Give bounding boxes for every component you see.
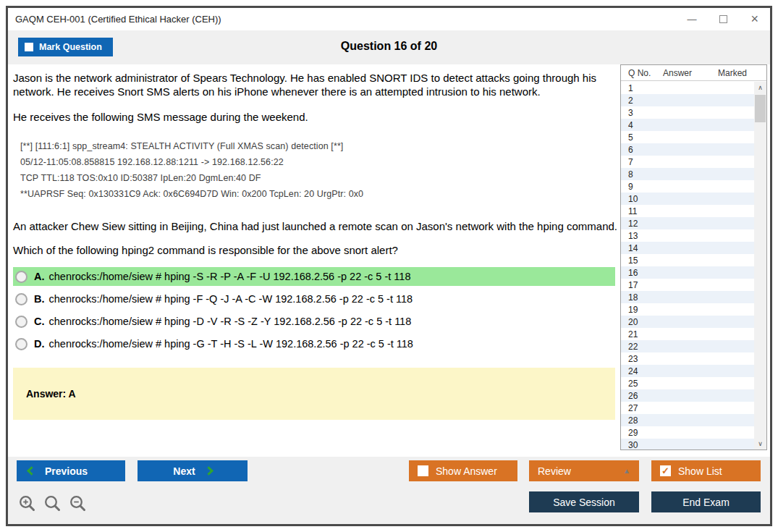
question-list-row[interactable]: 10: [621, 193, 754, 205]
option-text: chenrocks:/home/siew # hping -G -T -H -S…: [49, 338, 413, 350]
question-number: 6: [628, 145, 633, 155]
question-number: 24: [628, 366, 638, 376]
scroll-down-icon[interactable]: ∨: [754, 438, 766, 449]
option-a[interactable]: A.chenrocks:/home/siew # hping -S -R -P …: [13, 267, 615, 286]
zoom-out-icon[interactable]: [69, 494, 88, 513]
question-list-row[interactable]: 28: [621, 414, 754, 426]
question-panel: Jason is the network administrator of Sp…: [13, 64, 618, 420]
options-list: A.chenrocks:/home/siew # hping -S -R -P …: [13, 267, 615, 353]
app-window: GAQM CEH-001 (Certified Ethical Hacker (…: [6, 6, 772, 526]
option-text: chenrocks:/home/siew # hping -S -R -P -A…: [49, 271, 411, 282]
end-exam-button[interactable]: End Exam: [651, 491, 761, 512]
triangle-up-icon: ▲: [623, 467, 630, 475]
scrollbar[interactable]: ∧ ∨: [754, 82, 766, 449]
question-list-row[interactable]: 11: [621, 205, 754, 217]
question-number: 16: [628, 268, 638, 278]
zoom-in-icon[interactable]: [18, 494, 37, 513]
question-list-row[interactable]: 3: [621, 106, 754, 119]
question-list-row[interactable]: 22: [621, 340, 754, 352]
option-c[interactable]: C.chenrocks:/home/siew # hping -D -V -R …: [13, 312, 615, 331]
question-list-row[interactable]: 7: [621, 156, 754, 168]
question-number: 12: [628, 219, 638, 229]
question-list-row[interactable]: 30: [621, 439, 754, 449]
previous-button[interactable]: Previous: [17, 460, 125, 481]
question-list-row[interactable]: 18: [621, 291, 754, 303]
question-list-row[interactable]: 8: [621, 168, 754, 180]
question-list-row[interactable]: 24: [621, 365, 754, 377]
question-list-row[interactable]: 23: [621, 352, 754, 365]
question-list-row[interactable]: 25: [621, 377, 754, 389]
zoom-reset-icon[interactable]: [43, 494, 62, 513]
header-strip: Mark Question Question 16 of 20: [8, 30, 770, 64]
minimize-icon[interactable]: —: [687, 8, 696, 30]
question-list-row[interactable]: 2: [621, 94, 754, 106]
question-list-row[interactable]: 1: [621, 82, 754, 94]
option-text: chenrocks:/home/siew # hping -D -V -R -S…: [49, 316, 412, 327]
question-paragraph: Which of the following hping2 command is…: [13, 243, 618, 257]
question-list-row[interactable]: 4: [621, 119, 754, 131]
chevron-right-icon: [204, 466, 213, 476]
question-list-row[interactable]: 14: [621, 242, 754, 254]
question-list-row[interactable]: 6: [621, 143, 754, 156]
question-number: 17: [628, 280, 638, 290]
option-text: chenrocks:/home/siew # hping -F -Q -J -A…: [49, 293, 413, 305]
review-button[interactable]: Review ▲: [529, 460, 639, 481]
question-number: 21: [628, 329, 638, 339]
option-letter: A.: [34, 271, 45, 282]
window-controls: — ×: [687, 8, 758, 30]
question-list-row[interactable]: 13: [621, 229, 754, 242]
next-label: Next: [173, 465, 195, 477]
option-d[interactable]: D.chenrocks:/home/siew # hping -G -T -H …: [13, 334, 615, 353]
question-list-row[interactable]: 27: [621, 402, 754, 414]
question-list-row[interactable]: 17: [621, 279, 754, 291]
question-number: 29: [628, 428, 638, 438]
close-icon[interactable]: ×: [750, 8, 758, 30]
option-letter: B.: [34, 293, 45, 305]
show-answer-checkbox[interactable]: [418, 465, 428, 476]
question-list-row[interactable]: 21: [621, 328, 754, 340]
scrollbar-thumb[interactable]: [755, 95, 766, 122]
radio-button[interactable]: [15, 338, 28, 350]
radio-button[interactable]: [15, 293, 28, 305]
question-list-panel: Q No. Answer Marked 12345678910111213141…: [620, 64, 767, 450]
question-number: 5: [628, 132, 633, 143]
sms-line: 05/12-11:05:08.858815 192.168.12.88:1211…: [20, 154, 618, 170]
question-list-row[interactable]: 16: [621, 266, 754, 279]
question-number: 19: [628, 305, 638, 315]
question-list-row[interactable]: 5: [621, 131, 754, 143]
question-paragraph: Jason is the network administrator of Sp…: [13, 71, 618, 98]
scroll-up-icon[interactable]: ∧: [754, 82, 766, 93]
next-button[interactable]: Next: [138, 460, 248, 481]
question-list-row[interactable]: 19: [621, 303, 754, 316]
sms-line: TCP TTL:118 TOS:0x10 ID:50387 IpLen:20 D…: [20, 170, 618, 186]
show-answer-button[interactable]: Show Answer: [409, 460, 517, 481]
review-label: Review: [538, 465, 571, 477]
question-list-row[interactable]: 26: [621, 389, 754, 402]
show-list-button[interactable]: ✓ Show List: [651, 460, 761, 481]
question-paragraph: He receives the following SMS message du…: [13, 110, 618, 124]
question-counter: Question 16 of 20: [8, 40, 770, 53]
question-list-row[interactable]: 9: [621, 180, 754, 193]
radio-button[interactable]: [15, 316, 28, 328]
show-list-checkbox[interactable]: ✓: [660, 465, 671, 476]
question-list-row[interactable]: 12: [621, 217, 754, 229]
option-letter: C.: [34, 316, 45, 327]
radio-button[interactable]: [15, 271, 28, 283]
column-marked: Marked: [718, 68, 747, 78]
maximize-icon[interactable]: [719, 15, 727, 23]
question-number: 13: [628, 231, 638, 241]
question-number: 27: [628, 403, 638, 413]
question-list-row[interactable]: 15: [621, 254, 754, 266]
save-session-label: Save Session: [553, 497, 615, 508]
question-number: 26: [628, 391, 638, 401]
zoom-tools: [18, 494, 88, 513]
question-number: 25: [628, 379, 638, 389]
question-number: 1: [628, 83, 633, 93]
option-b[interactable]: B.chenrocks:/home/siew # hping -F -Q -J …: [13, 290, 615, 308]
question-list-row[interactable]: 20: [621, 316, 754, 328]
previous-label: Previous: [45, 465, 88, 477]
question-list-row[interactable]: 29: [621, 426, 754, 439]
sms-block: [**] [111:6:1] spp_stream4: STEALTH ACTI…: [13, 138, 618, 202]
save-session-button[interactable]: Save Session: [529, 491, 639, 512]
question-number: 2: [628, 96, 633, 106]
